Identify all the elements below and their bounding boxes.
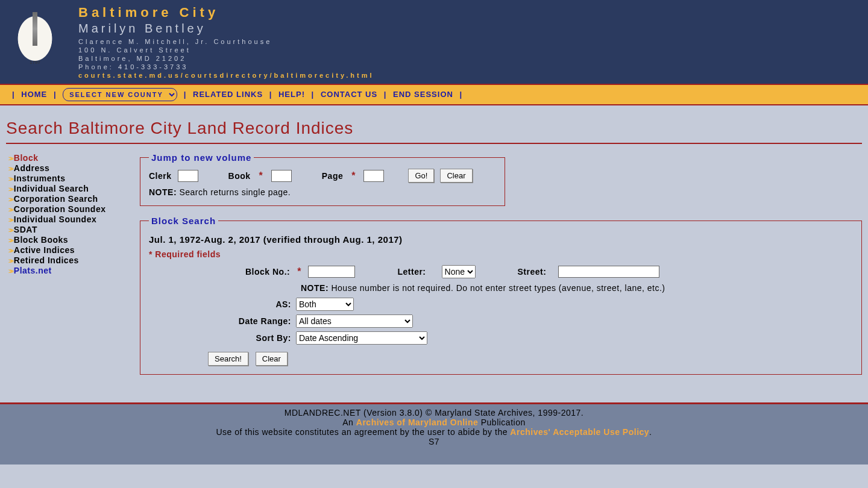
nav-select-county[interactable]: SELECT NEW COUNTY (63, 88, 177, 101)
header-address-line1: Clarence M. Mitchell, Jr. Courthouse (78, 38, 374, 45)
sidebar-item-corporation-soundex[interactable]: >>Corporation Soundex (8, 204, 140, 214)
daterange-label: Date Range: (149, 316, 296, 326)
sortby-label: Sort By: (149, 333, 296, 343)
header-clerk-name: Marilyn Bentley (78, 22, 374, 36)
site-footer: MDLANDREC.NET (Version 3.8.0) © Maryland… (0, 404, 868, 465)
blockno-required-icon: * (297, 266, 301, 277)
as-label: AS: (149, 299, 296, 309)
header-external-link[interactable]: courts.state.md.us/courtsdirectory/balti… (78, 72, 374, 79)
letter-label: Letter: (397, 267, 426, 277)
sidebar-item-label: Active Indices (14, 245, 75, 255)
block-clear-button[interactable]: Clear (256, 352, 288, 366)
sidebar-item-instruments[interactable]: >>Instruments (8, 174, 140, 183)
footer-agree-suffix: . (649, 427, 652, 437)
chevron-right-icon: >> (8, 186, 11, 193)
chevron-right-icon: >> (8, 227, 11, 234)
blockno-label: Block No.: (245, 267, 290, 277)
city-seal-icon (8, 5, 61, 72)
page-required-icon: * (351, 170, 355, 181)
title-rule (6, 143, 862, 144)
jump-note-prefix: NOTE: (149, 187, 177, 197)
footer-archives-link[interactable]: Archives of Maryland Online (356, 418, 479, 427)
chevron-right-icon: >> (8, 196, 11, 203)
blockno-input[interactable] (308, 266, 355, 278)
sidebar-item-label: Address (14, 163, 50, 173)
street-label: Street: (518, 267, 547, 277)
footer-aup-link[interactable]: Archives' Acceptable Use Policy (510, 427, 649, 437)
sidebar-item-label: Plats.net (14, 266, 52, 275)
jump-clear-button[interactable]: Clear (440, 169, 472, 183)
clerk-label: Clerk (149, 171, 172, 181)
top-navbar: | HOME | SELECT NEW COUNTY | RELATED LIN… (0, 84, 868, 105)
sidebar-item-label: Corporation Soundex (14, 204, 106, 214)
chevron-right-icon: >> (8, 206, 11, 213)
nav-home[interactable]: HOME (21, 90, 47, 99)
chevron-right-icon: >> (8, 237, 11, 244)
jump-note-text: Search returns single page. (177, 187, 291, 197)
search-button[interactable]: Search! (208, 352, 248, 366)
sidebar-item-label: SDAT (14, 225, 37, 234)
chevron-right-icon: >> (8, 216, 11, 224)
block-legend: Block Search (149, 216, 218, 226)
forms-column: Jump to new volume Clerk Book * Page * G… (140, 152, 862, 384)
chevron-right-icon: >> (8, 247, 11, 254)
sidebar-item-individual-soundex[interactable]: >>Individual Soundex (8, 214, 140, 224)
site-header: Baltimore City Marilyn Bentley Clarence … (0, 0, 868, 84)
street-input[interactable] (558, 266, 659, 278)
header-address-line2: 100 N. Calvert Street (78, 46, 374, 54)
sidebar-item-active-indices[interactable]: >>Active Indices (8, 245, 140, 255)
chevron-right-icon: >> (8, 165, 11, 172)
nav-related-links[interactable]: RELATED LINKS (193, 90, 263, 99)
jump-go-button[interactable]: Go! (408, 169, 434, 183)
sidebar-item-label: Corporation Search (14, 194, 98, 204)
nav-end-session[interactable]: END SESSION (393, 90, 453, 99)
chevron-right-icon: >> (8, 267, 11, 275)
header-phone: Phone: 410-333-3733 (78, 63, 374, 70)
sortby-select[interactable]: Date Ascending (296, 331, 427, 345)
sidebar-item-plats-net[interactable]: >>Plats.net (8, 266, 140, 275)
block-search-fieldset: Block Search Jul. 1, 1972-Aug. 2, 2017 (… (140, 216, 862, 375)
block-note-prefix: NOTE: (301, 283, 329, 293)
required-fields-note: * Required fields (149, 249, 853, 259)
sidebar-item-address[interactable]: >>Address (8, 163, 140, 173)
book-label: Book (228, 171, 251, 181)
nav-contact[interactable]: CONTACT US (321, 90, 377, 99)
page-label: Page (322, 171, 343, 181)
letter-select[interactable]: None (442, 265, 476, 278)
footer-agree-prefix: Use of this website constitutes an agree… (216, 427, 510, 437)
chevron-right-icon: >> (8, 155, 11, 162)
nav-help[interactable]: HELP! (278, 90, 305, 99)
sidebar-item-label: Individual Search (14, 184, 89, 193)
footer-pub-suffix: Publication (478, 418, 525, 427)
footer-server-id: S7 (6, 437, 862, 446)
sidebar-item-block-books[interactable]: >>Block Books (8, 235, 140, 245)
sidebar-item-label: Instruments (14, 174, 66, 183)
daterange-select[interactable]: All dates (296, 314, 413, 328)
header-text-block: Baltimore City Marilyn Bentley Clarence … (78, 5, 374, 80)
page-title: Search Baltimore City Land Record Indice… (6, 119, 862, 138)
sidebar-item-corporation-search[interactable]: >>Corporation Search (8, 194, 140, 204)
sidebar-item-sdat[interactable]: >>SDAT (8, 225, 140, 234)
chevron-right-icon: >> (8, 257, 11, 264)
sidebar-item-label: Block (14, 153, 39, 163)
block-date-range-text: Jul. 1, 1972-Aug. 2, 2017 (verified thro… (149, 234, 853, 245)
sidebar-item-retired-indices[interactable]: >>Retired Indices (8, 255, 140, 265)
jump-volume-fieldset: Jump to new volume Clerk Book * Page * G… (140, 152, 505, 206)
content-area: Search Baltimore City Land Record Indice… (0, 105, 868, 396)
sidebar: >>Block>>Address>>Instruments>>Individua… (6, 152, 140, 384)
footer-pub-prefix: An (342, 418, 356, 427)
jump-legend: Jump to new volume (149, 152, 254, 163)
sidebar-item-individual-search[interactable]: >>Individual Search (8, 184, 140, 193)
sidebar-item-label: Block Books (14, 235, 68, 245)
clerk-input[interactable] (178, 170, 198, 182)
chevron-right-icon: >> (8, 175, 11, 183)
sidebar-item-block[interactable]: >>Block (8, 153, 140, 163)
book-input[interactable] (271, 170, 292, 182)
footer-copyright: MDLANDREC.NET (Version 3.8.0) © Maryland… (6, 408, 862, 418)
header-address-line3: Baltimore, MD 21202 (78, 55, 374, 62)
book-required-icon: * (259, 170, 263, 181)
header-city-title: Baltimore City (78, 5, 374, 20)
as-select[interactable]: Both (296, 298, 354, 311)
page-input[interactable] (363, 170, 384, 182)
sidebar-item-label: Individual Soundex (14, 214, 96, 224)
